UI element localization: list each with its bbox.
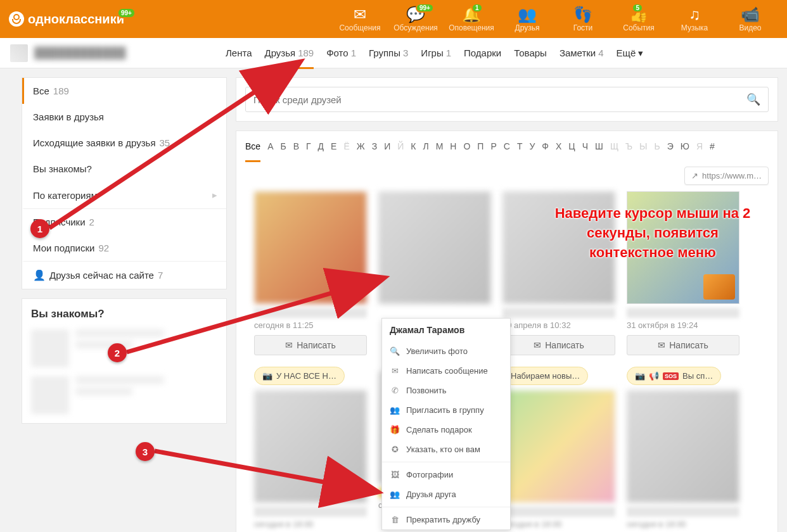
alpha-letter: Ё [343, 141, 349, 162]
alpha-letter[interactable]: # [710, 141, 715, 162]
friend-meta: 31 октября в 19:24 [627, 320, 739, 330]
sidebar-item-subscribers[interactable]: Подписчики 2 [22, 208, 226, 235]
alpha-letter[interactable]: Т [517, 141, 523, 162]
alpha-letter[interactable]: Ш [595, 141, 603, 162]
alpha-letter[interactable]: Ч [582, 141, 588, 162]
write-button[interactable]: ✉Написать [627, 335, 739, 355]
alpha-letter[interactable]: В [293, 141, 299, 162]
brand-badge: 99+ [117, 8, 136, 18]
alpha-letter[interactable]: Е [331, 141, 336, 162]
tab-groups[interactable]: Группы3 [369, 38, 408, 68]
sidebar-item-online[interactable]: 👤Друзья сейчас на сайте 7 [22, 261, 226, 289]
alpha-letter[interactable]: С [504, 141, 510, 162]
tab-photo[interactable]: Фото1 [326, 38, 356, 68]
ctx-unfriend[interactable]: 🗑Прекратить дружбу [382, 510, 510, 529]
alpha-letter[interactable]: А [267, 141, 273, 162]
person-icon: 👤 [33, 269, 46, 281]
nav-messages[interactable]: ✉ Сообщения [332, 6, 388, 32]
camera-icon: 📷 [635, 371, 645, 381]
nav-guests[interactable]: 👣 Гости [555, 6, 611, 32]
ctx-friends-of-friend[interactable]: 👥Друзья друга [382, 484, 510, 504]
nav-video[interactable]: 📹 Видео [722, 6, 778, 32]
alpha-letter[interactable]: Р [490, 141, 496, 162]
sidebar-item-know[interactable]: Вы знакомы? [22, 156, 226, 182]
alpha-letter[interactable]: И [384, 141, 390, 162]
alpha-letter[interactable]: Ф [542, 141, 549, 162]
secondary-nav: ████████████ Лента Друзья189 Фото1 Групп… [0, 38, 787, 68]
alpha-letter[interactable]: Э [667, 141, 674, 162]
suggestion-item[interactable] [22, 376, 226, 423]
status-pill[interactable]: Набираем новы… [502, 367, 588, 385]
tab-more[interactable]: Ещё ▾ [617, 38, 644, 68]
status-pill[interactable]: 📷 📢 SOS Вы сп… [627, 367, 721, 385]
alpha-letter[interactable]: Н [450, 141, 456, 162]
friend-photo[interactable] [627, 390, 739, 503]
alpha-letter[interactable]: У [529, 141, 535, 162]
friend-photo[interactable] [254, 191, 367, 304]
envelope-icon: ✉ [658, 340, 665, 350]
alpha-letter[interactable]: Х [556, 141, 561, 162]
search-input-wrap[interactable]: 🔍 [245, 87, 769, 112]
ctx-gift[interactable]: 🎁Сделать подарок [382, 420, 510, 440]
ctx-invite-group[interactable]: 👥Пригласить в группу [382, 400, 510, 420]
alpha-letter[interactable]: О [463, 141, 470, 162]
ctx-relation[interactable]: ✪Указать, кто он вам [382, 440, 510, 459]
sidebar-item-requests[interactable]: Заявки в друзья [22, 104, 226, 130]
url-chip[interactable]: ↗ https://www.m… [684, 167, 769, 185]
ctx-photos[interactable]: 🖼Фотографии [382, 465, 510, 484]
step-badge-3: 3 [136, 442, 155, 461]
step-badge-2: 2 [108, 343, 127, 362]
search-icon[interactable]: 🔍 [746, 92, 760, 106]
ctx-write-message[interactable]: ✉Написать сообщение [382, 361, 510, 381]
friend-photo[interactable] [627, 191, 739, 304]
friend-photo[interactable] [254, 390, 367, 503]
alpha-letter[interactable]: Ж [357, 141, 365, 162]
alpha-letter[interactable]: Б [280, 141, 286, 162]
sidebar-item-outgoing[interactable]: Исходящие заявки в друзья 35 [22, 130, 226, 156]
nav-friends[interactable]: 👥 Друзья [499, 6, 555, 32]
alpha-letter[interactable]: П [477, 141, 483, 162]
search-input[interactable] [253, 94, 746, 105]
header-nav: ✉ Сообщения 💬 99+ Обсуждения 🔔 1 Оповеще… [332, 6, 778, 32]
alpha-letter[interactable]: Г [306, 141, 311, 162]
alpha-letter[interactable]: Д [318, 141, 324, 162]
nav-music[interactable]: ♫ Музыка [667, 6, 722, 32]
friend-meta: сегодня в 18:00 [254, 519, 367, 529]
logo[interactable]: одноклассники 99+ [9, 11, 124, 27]
ctx-zoom-photo[interactable]: 🔍Увеличить фото [382, 341, 510, 361]
friend-photo[interactable] [502, 191, 615, 304]
sidebar-item-categories[interactable]: По категориям▸ [22, 182, 226, 208]
alpha-letter[interactable]: Ю [681, 141, 689, 162]
alpha-letter[interactable]: Л [423, 141, 428, 162]
nav-events[interactable]: 👍 5 События [611, 6, 667, 32]
friend-card: сегодня в 11:25 ✉Написать 📷У НАС ВСЕ Н… … [254, 191, 367, 529]
alpha-letter[interactable]: З [372, 141, 377, 162]
tab-feed[interactable]: Лента [226, 38, 252, 68]
write-button[interactable]: ✉Написать [502, 335, 615, 355]
tab-notes[interactable]: Заметки4 [560, 38, 604, 68]
write-button[interactable]: ✉Написать [254, 335, 367, 355]
alpha-letter[interactable]: К [411, 141, 416, 162]
profile-chip[interactable]: ████████████ [10, 44, 226, 62]
friend-name-blurred [502, 308, 615, 318]
sidebar-item-mysubs[interactable]: Мои подписки 92 [22, 235, 226, 261]
nav-notifications[interactable]: 🔔 1 Оповещения [444, 6, 499, 32]
friend-photo[interactable] [378, 191, 491, 304]
alpha-letter[interactable]: Все [245, 141, 260, 162]
alpha-letter: Ы [639, 141, 647, 162]
friend-photo[interactable] [502, 390, 615, 503]
tab-goods[interactable]: Товары [514, 38, 547, 68]
tab-gifts[interactable]: Подарки [464, 38, 501, 68]
friend-meta: сегодня в 18:00 [502, 519, 615, 529]
nav-discussions[interactable]: 💬 99+ Обсуждения [388, 6, 444, 32]
tab-friends[interactable]: Друзья189 [265, 38, 314, 68]
photos-icon: 🖼 [390, 470, 400, 479]
ctx-call[interactable]: ✆Позвонить [382, 381, 510, 400]
avatar [31, 376, 69, 414]
status-pill[interactable]: 📷У НАС ВСЕ Н… [254, 367, 345, 385]
alpha-letter[interactable]: Ц [568, 141, 575, 162]
alpha-letter[interactable]: М [436, 141, 444, 162]
chevron-right-icon: ▸ [212, 189, 217, 201]
sidebar-item-all[interactable]: Все 189 [22, 78, 226, 104]
tab-games[interactable]: Игры1 [421, 38, 451, 68]
